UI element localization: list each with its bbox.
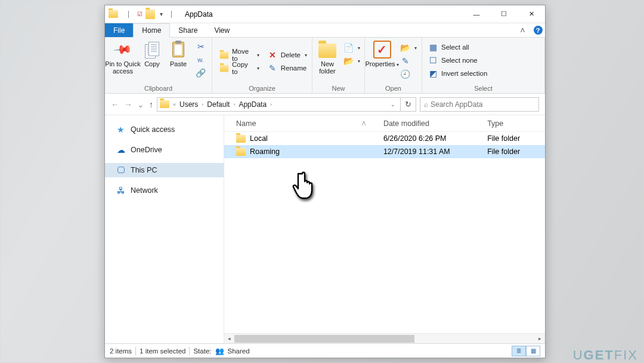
tab-share[interactable]: Share	[170, 23, 206, 37]
sidebar-item-this-pc[interactable]: 🖵This PC	[105, 163, 224, 177]
chevron-right-icon[interactable]: ›	[233, 101, 235, 107]
view-tiles-button[interactable]: ▦	[526, 346, 540, 356]
qat-properties-icon[interactable]: ☑	[135, 10, 144, 19]
back-button[interactable]: ←	[111, 100, 119, 109]
breadcrumb-icon	[160, 100, 169, 108]
status-item-count: 2 items	[110, 347, 132, 355]
chevron-right-icon[interactable]: ›	[202, 101, 203, 107]
rename-button[interactable]: ✎Rename	[265, 61, 309, 75]
star-icon: ★	[116, 125, 126, 135]
properties-button[interactable]: ✓ Properties▾	[367, 39, 397, 69]
copy-path-button[interactable]: w.	[193, 53, 208, 66]
copy-button[interactable]: Copy	[140, 39, 165, 69]
file-name: Roaming	[250, 147, 280, 156]
watermark: UGETFIX	[573, 347, 638, 363]
cut-button[interactable]: ✂	[193, 40, 208, 53]
maximize-button[interactable]: ☐	[490, 5, 518, 23]
cloud-icon: ☁	[116, 145, 126, 155]
ribbon: 📌 Pin to Quick access Copy Paste ✂ w. 🔗	[105, 38, 545, 94]
search-input[interactable]	[431, 100, 535, 109]
file-row[interactable]: Local6/26/2020 6:26 PMFile folder	[224, 132, 545, 145]
sidebar-item-onedrive[interactable]: ☁OneDrive	[105, 143, 224, 157]
qat-dropdown-icon[interactable]: ▾	[156, 10, 166, 19]
search-icon: ⌕	[424, 100, 428, 109]
pin-to-quick-access-button[interactable]: 📌 Pin to Quick access	[107, 39, 138, 76]
select-all-button[interactable]: ▦Select all	[426, 41, 490, 54]
group-label-clipboard: Clipboard	[107, 84, 209, 93]
folder-icon	[236, 148, 246, 156]
group-label-organize: Organize	[215, 84, 309, 93]
shared-icon: 👥	[215, 347, 224, 355]
sidebar-item-quick-access[interactable]: ★Quick access	[105, 122, 224, 137]
open-button[interactable]: 📂▾	[398, 41, 419, 54]
titlebar[interactable]: │ ☑ ▾ │ AppData — ☐ ✕	[105, 5, 545, 23]
file-date: 6/26/2020 6:26 PM	[383, 134, 487, 143]
collapse-ribbon-icon[interactable]: ᐱ	[514, 23, 531, 37]
tab-home[interactable]: Home	[133, 23, 170, 38]
select-none-button[interactable]: ☐Select none	[426, 54, 490, 67]
delete-button[interactable]: ✕Delete▾	[265, 48, 309, 61]
group-label-open: Open	[367, 84, 419, 93]
copy-to-button[interactable]: Copy to▾	[217, 61, 262, 75]
group-label-new: New	[315, 84, 362, 93]
scroll-right-icon[interactable]: ▸	[535, 334, 545, 344]
network-icon: 🖧	[116, 186, 126, 196]
column-name[interactable]: Name	[236, 119, 256, 128]
breadcrumb-part-appdata[interactable]: AppData	[239, 100, 267, 109]
tab-view[interactable]: View	[206, 23, 238, 37]
horizontal-scrollbar[interactable]: ◂ ▸	[224, 333, 545, 343]
breadcrumb-root-sep: «	[173, 101, 176, 107]
window-title: AppData	[185, 10, 213, 19]
invert-selection-button[interactable]: ◩Invert selection	[426, 67, 490, 80]
history-button[interactable]: 🕘	[398, 67, 419, 81]
address-bar: ← → ⌄ ↑ « Users › Default › AppData › ⌄ …	[105, 94, 545, 115]
scroll-left-icon[interactable]: ◂	[224, 334, 234, 344]
paste-shortcut-button[interactable]: 🔗	[193, 66, 208, 79]
monitor-icon: 🖵	[116, 165, 126, 176]
column-date[interactable]: Date modified	[383, 119, 487, 128]
breadcrumb-part-users[interactable]: Users	[179, 100, 198, 109]
help-button[interactable]: ?	[531, 23, 545, 37]
recent-locations-button[interactable]: ⌄	[137, 100, 144, 109]
move-to-button[interactable]: Move to▾	[217, 48, 262, 61]
tab-file[interactable]: File	[105, 23, 133, 37]
file-date: 12/7/2019 11:31 AM	[383, 147, 487, 156]
column-type[interactable]: Type	[487, 119, 545, 128]
file-type: File folder	[487, 147, 545, 156]
breadcrumb-part-default[interactable]: Default	[207, 100, 230, 109]
forward-button[interactable]: →	[124, 100, 132, 109]
refresh-button[interactable]: ↻	[401, 97, 416, 112]
up-button[interactable]: ↑	[149, 100, 153, 109]
close-button[interactable]: ✕	[518, 5, 545, 23]
breadcrumb[interactable]: « Users › Default › AppData › ⌄	[157, 97, 401, 112]
scrollbar-thumb[interactable]	[234, 335, 414, 343]
paste-button[interactable]: Paste	[166, 39, 191, 69]
file-list: Nameᐱ Date modified Type Local6/26/2020 …	[224, 115, 545, 343]
qat-separator: │	[124, 10, 134, 19]
file-name: Local	[250, 134, 268, 143]
qat-folder-icon[interactable]	[145, 10, 155, 19]
breadcrumb-dropdown-icon[interactable]: ⌄	[388, 101, 398, 107]
easy-access-button[interactable]: 📂▾	[341, 54, 363, 67]
search-box[interactable]: ⌕	[420, 97, 539, 112]
minimize-button[interactable]: —	[463, 5, 490, 23]
qat-separator-2: │	[167, 10, 177, 19]
sort-indicator-icon: ᐱ	[362, 121, 366, 127]
status-bar: 2 items 1 item selected State: 👥 Shared …	[105, 343, 545, 358]
navigation-pane: ★Quick access ☁OneDrive 🖵This PC 🖧Networ…	[105, 115, 224, 343]
status-state-label: State:	[193, 347, 211, 355]
file-type: File folder	[487, 134, 545, 143]
sidebar-item-network[interactable]: 🖧Network	[105, 183, 224, 198]
folder-icon	[236, 135, 246, 143]
chevron-right-icon[interactable]: ›	[270, 101, 272, 107]
file-row[interactable]: Roaming12/7/2019 11:31 AMFile folder	[224, 145, 545, 158]
status-state-value: Shared	[228, 347, 250, 355]
column-headers[interactable]: Nameᐱ Date modified Type	[224, 115, 545, 132]
window-icon	[109, 10, 118, 18]
new-folder-button[interactable]: New folder	[315, 39, 340, 76]
edit-button[interactable]: ✎	[398, 54, 419, 67]
new-item-button[interactable]: 📄▾	[341, 41, 363, 54]
ribbon-tabs: File Home Share View ᐱ ?	[105, 23, 545, 38]
explorer-window: │ ☑ ▾ │ AppData — ☐ ✕ File Home Share Vi…	[104, 5, 546, 358]
view-details-button[interactable]: ≣	[512, 346, 526, 356]
